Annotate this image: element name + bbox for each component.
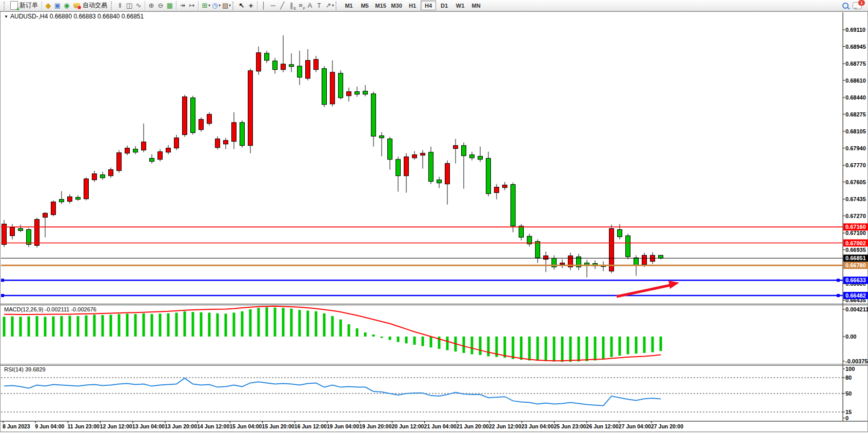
chart-shift-icon[interactable]: ↦ <box>187 1 196 10</box>
timeframe-H4[interactable]: H4 <box>421 1 436 10</box>
macd-histogram-bar <box>594 337 597 361</box>
timeframe-M5[interactable]: M5 <box>357 1 372 10</box>
macd-histogram-bar <box>610 337 613 357</box>
timeframe-D1[interactable]: D1 <box>437 1 452 10</box>
time-axis-label: 27 Jun 04:00 <box>619 423 651 429</box>
new-order-button[interactable]: + 新订单 <box>8 1 40 10</box>
macd-histogram-bar <box>44 317 47 337</box>
rsi-label: RSI(14) 39.6829 <box>4 366 46 372</box>
cursor-icon[interactable]: ↖ <box>237 1 246 10</box>
price-tick-label: 0.67100 <box>845 230 866 236</box>
time-axis-label: 13 Jun 04:00 <box>132 423 165 429</box>
candle <box>199 120 204 130</box>
candle <box>470 155 475 158</box>
terminal-icon[interactable]: ▣ <box>53 1 62 10</box>
candle <box>158 152 163 160</box>
time-axis-label: 26 Jun 12:00 <box>586 423 619 429</box>
macd-histogram-bar <box>266 307 268 337</box>
hline-handle[interactable] <box>1 279 4 282</box>
auto-scroll-icon[interactable]: ↠ <box>178 1 187 10</box>
timeframe-W1[interactable]: W1 <box>452 1 468 10</box>
equidistant-channel-icon[interactable]: ∥E <box>287 1 296 10</box>
hline-handle[interactable] <box>1 294 4 297</box>
zoom-in-icon[interactable]: ⊕ <box>147 1 156 10</box>
candle <box>224 141 228 144</box>
candle <box>429 152 433 182</box>
macd-histogram-bar <box>397 337 400 342</box>
timeframe-H1[interactable]: H1 <box>405 1 420 10</box>
horizontal-line-icon[interactable]: ─ <box>268 1 278 10</box>
templates-icon[interactable]: ▨ <box>221 1 230 10</box>
auto-trading-button[interactable]: 自动交易 <box>71 1 109 10</box>
candle <box>363 91 368 94</box>
timeframe-M30[interactable]: M30 <box>389 1 404 10</box>
macd-histogram-bar <box>512 337 515 359</box>
timeframe-M1[interactable]: M1 <box>341 1 357 10</box>
candlestick-chart-icon[interactable]: ◫ <box>125 1 134 10</box>
crosshair-icon[interactable]: + <box>246 1 255 10</box>
macd-axis-label: 0.004211 <box>845 306 868 312</box>
indicators-icon[interactable]: ⊞ <box>200 1 209 10</box>
price-tick-label: 0.67435 <box>845 196 866 202</box>
timeframe-M15[interactable]: M15 <box>373 1 388 10</box>
vertical-line-icon[interactable]: │ <box>259 1 268 10</box>
hline-handle[interactable] <box>837 294 840 297</box>
text-label-icon[interactable]: T <box>314 1 324 10</box>
toolbar-grip[interactable] <box>232 2 235 10</box>
price-tag-label: 0.67160 <box>845 224 866 230</box>
tile-windows-icon[interactable]: ▦ <box>165 1 174 10</box>
candle <box>642 255 647 265</box>
macd-histogram-bar <box>652 337 654 352</box>
bar-chart-icon[interactable]: ‖ <box>115 1 125 10</box>
candle <box>380 136 384 138</box>
macd-histogram-bar <box>184 311 186 337</box>
zoom-out-icon[interactable]: ⊖ <box>156 1 165 10</box>
macd-histogram-bar <box>413 337 416 345</box>
search-icon[interactable] <box>840 1 851 10</box>
timeframe-MN[interactable]: MN <box>468 1 484 10</box>
macd-histogram-bar <box>569 337 572 362</box>
macd-histogram-bar <box>36 316 38 337</box>
macd-histogram-bar <box>553 337 556 362</box>
candle <box>281 64 286 70</box>
macd-histogram-bar <box>307 310 309 337</box>
candle <box>248 71 253 146</box>
macd-histogram-bar <box>430 337 432 347</box>
line-chart-icon[interactable]: ∿ <box>134 1 143 10</box>
market-watch-icon[interactable]: ◆ <box>44 1 53 10</box>
macd-histogram-bar <box>364 332 367 337</box>
trendline-icon[interactable]: ╱ <box>278 1 287 10</box>
candle <box>626 236 630 257</box>
macd-axis-label: -0.003755 <box>845 358 868 364</box>
candle <box>232 123 236 142</box>
signal-icon[interactable]: ◉ <box>62 1 71 10</box>
macd-histogram-bar <box>660 337 662 351</box>
notifications-icon[interactable]: 1 <box>853 2 862 9</box>
toolbar-grip[interactable] <box>336 2 339 10</box>
candle <box>133 149 138 152</box>
toolbar-grip[interactable] <box>111 2 114 10</box>
fibonacci-icon[interactable]: ≡F <box>296 1 305 10</box>
candle <box>183 97 187 135</box>
candle <box>166 148 171 152</box>
hline-handle[interactable] <box>837 279 840 282</box>
macd-histogram-bar <box>422 337 424 346</box>
candle <box>207 114 212 124</box>
chart-canvas[interactable]: 0.691100.689450.687750.686100.684400.682… <box>0 0 868 433</box>
macd-histogram-bar <box>208 312 211 337</box>
candle <box>634 258 639 265</box>
shapes-icon[interactable]: ↗ <box>324 1 333 10</box>
text-icon[interactable]: A <box>305 1 314 10</box>
macd-histogram-bar <box>405 337 408 343</box>
candle <box>265 53 269 61</box>
price-tag-label: 0.66633 <box>845 277 866 283</box>
macd-histogram-bar <box>151 314 153 337</box>
price-tick-label: 0.68275 <box>845 111 866 117</box>
macd-histogram-bar <box>241 311 244 337</box>
auto-trading-label: 自动交易 <box>83 1 107 10</box>
macd-histogram-bar <box>528 337 531 361</box>
periods-icon[interactable]: ◷ <box>210 1 220 10</box>
candle <box>404 157 409 176</box>
toolbar-grip[interactable] <box>4 2 7 10</box>
candle <box>421 153 425 155</box>
